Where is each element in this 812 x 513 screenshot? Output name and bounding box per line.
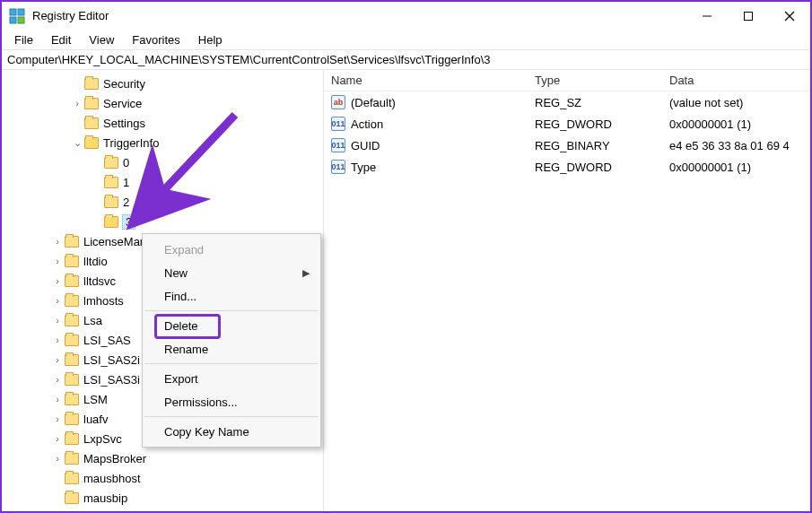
tree-item-label: LSI_SAS2i <box>83 353 140 367</box>
tree-item[interactable]: 0 <box>2 152 323 172</box>
tree-item[interactable]: ⌄TriggerInfo <box>2 133 323 152</box>
tree-item[interactable]: Settings <box>2 113 323 133</box>
tree-item-label: lltdsvc <box>83 274 116 288</box>
menu-help[interactable]: Help <box>189 31 231 48</box>
ctx-expand: Expand <box>143 238 320 261</box>
column-name[interactable]: Name <box>324 74 535 87</box>
tree-item[interactable]: 3 <box>2 212 323 231</box>
value-row[interactable]: 011ActionREG_DWORD0x00000001 (1) <box>324 113 810 135</box>
tree-item-label: Security <box>103 77 145 91</box>
expand-icon[interactable]: › <box>52 275 63 286</box>
folder-icon <box>65 236 79 248</box>
address-bar[interactable]: Computer\HKEY_LOCAL_MACHINE\SYSTEM\Curre… <box>2 50 810 70</box>
binary-value-icon: 011 <box>331 117 345 131</box>
value-type: REG_SZ <box>535 96 669 109</box>
expand-icon[interactable]: › <box>52 295 63 306</box>
tree-item[interactable]: mausbip <box>2 488 323 508</box>
ctx-rename[interactable]: Rename <box>143 337 320 361</box>
tree-item[interactable]: mausbhost <box>2 468 323 488</box>
expand-icon[interactable]: › <box>52 453 63 464</box>
tree-item-label: LSI_SAS <box>83 334 131 347</box>
menu-view[interactable]: View <box>80 31 123 48</box>
expand-icon[interactable]: › <box>52 315 63 326</box>
value-row[interactable]: 011TypeREG_DWORD0x00000001 (1) <box>324 156 810 178</box>
folder-icon <box>104 157 118 169</box>
expand-icon[interactable]: › <box>52 394 63 404</box>
folder-icon <box>104 216 118 228</box>
column-data[interactable]: Data <box>669 74 810 87</box>
expand-icon[interactable]: › <box>52 413 63 424</box>
ctx-new[interactable]: New▶ <box>143 261 320 284</box>
folder-icon <box>65 433 79 445</box>
tree-item-label: TriggerInfo <box>103 136 159 150</box>
svg-rect-5 <box>745 12 753 20</box>
ctx-export[interactable]: Export <box>143 367 320 390</box>
expand-icon[interactable]: › <box>72 98 83 109</box>
tree-item[interactable]: Security <box>2 74 323 93</box>
svg-rect-2 <box>10 17 16 23</box>
maximize-button[interactable] <box>728 2 769 30</box>
minimize-button[interactable] <box>686 2 728 30</box>
tree-item-label: luafv <box>83 413 108 426</box>
svg-rect-0 <box>10 9 16 15</box>
expand-icon[interactable]: › <box>52 256 63 266</box>
expand-icon[interactable]: › <box>52 236 63 247</box>
tree-item-label: 1 <box>123 176 129 189</box>
ctx-separator <box>144 310 319 311</box>
menu-favorites[interactable]: Favorites <box>123 31 188 48</box>
tree-item-label: Service <box>103 97 142 110</box>
tree-item[interactable]: ›Service <box>2 93 323 113</box>
close-button[interactable] <box>769 2 810 30</box>
value-data: 0x00000001 (1) <box>669 161 810 174</box>
folder-icon <box>65 453 79 465</box>
ctx-separator <box>144 416 319 417</box>
address-text: Computer\HKEY_LOCAL_MACHINE\SYSTEM\Curre… <box>7 53 490 66</box>
ctx-copy-key-name[interactable]: Copy Key Name <box>143 420 320 443</box>
binary-value-icon: 011 <box>331 160 345 174</box>
tree-item-label: Lsa <box>83 314 102 327</box>
expand-icon[interactable]: › <box>52 433 63 444</box>
folder-icon <box>84 137 99 149</box>
binary-value-icon: 011 <box>331 138 345 152</box>
tree-item[interactable]: 1 <box>2 172 323 192</box>
expand-icon[interactable]: › <box>52 374 63 385</box>
value-name: Type <box>351 161 535 174</box>
folder-icon <box>104 196 118 208</box>
column-headers[interactable]: Name Type Data <box>324 70 810 91</box>
svg-rect-1 <box>18 9 24 15</box>
expand-icon[interactable]: › <box>52 335 63 345</box>
value-row[interactable]: 011GUIDREG_BINARYe4 e5 36 33 8a 01 69 4 <box>324 135 810 156</box>
value-type: REG_DWORD <box>535 161 669 174</box>
context-menu: Expand New▶ Find... Delete Rename Export… <box>142 233 321 448</box>
app-icon <box>9 8 25 24</box>
ctx-permissions[interactable]: Permissions... <box>143 390 320 413</box>
folder-icon <box>65 492 79 504</box>
folder-icon <box>65 354 79 366</box>
tree-item-label: mausbip <box>83 491 127 505</box>
tree-item[interactable]: 2 <box>2 192 323 212</box>
ctx-find[interactable]: Find... <box>143 284 320 308</box>
tree-item-label: mausbhost <box>83 472 141 485</box>
folder-icon <box>65 374 79 386</box>
value-name: Action <box>351 117 535 131</box>
svg-rect-3 <box>18 17 24 23</box>
tree-item[interactable]: ›MapsBroker <box>2 448 323 468</box>
folder-icon <box>65 315 79 326</box>
value-row[interactable]: ab(Default)REG_SZ(value not set) <box>324 91 810 113</box>
folder-icon <box>104 177 118 188</box>
tree-item-label: MapsBroker <box>83 452 146 465</box>
window-controls <box>686 2 810 30</box>
values-pane[interactable]: Name Type Data ab(Default)REG_SZ(value n… <box>324 70 810 511</box>
tree-item-label: lmhosts <box>83 294 124 308</box>
value-name: GUID <box>351 139 535 152</box>
folder-icon <box>84 98 99 109</box>
menu-edit[interactable]: Edit <box>42 31 80 48</box>
folder-icon <box>84 78 99 90</box>
column-type[interactable]: Type <box>535 74 669 87</box>
folder-icon <box>65 413 79 425</box>
expand-icon[interactable]: › <box>52 354 63 365</box>
ctx-delete[interactable]: Delete <box>143 314 320 337</box>
menu-file[interactable]: File <box>5 31 42 48</box>
folder-icon <box>65 275 79 287</box>
collapse-icon[interactable]: ⌄ <box>72 137 83 149</box>
